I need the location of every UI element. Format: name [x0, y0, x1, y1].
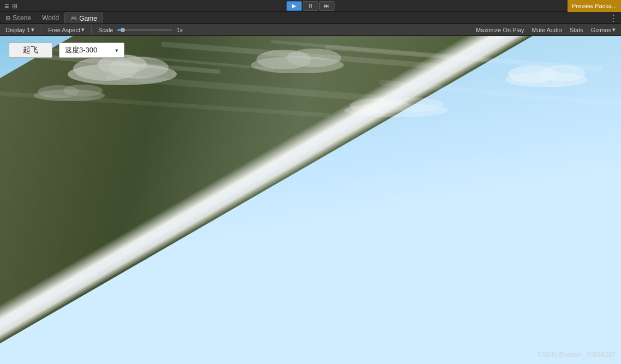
speed-label: 速度3-300 — [65, 45, 97, 55]
step-button[interactable]: ⏭ — [319, 1, 335, 11]
top-bar: ≡ ⊞ ▶ ⏸ ⏭ Preview Packa... — [0, 0, 621, 12]
aspect-label: Free Aspect — [48, 27, 80, 33]
grid-icon: ⊞ — [12, 2, 17, 10]
tab-game[interactable]: 🎮 Game — [64, 13, 103, 23]
takeoff-button[interactable]: 起飞 — [9, 43, 52, 58]
display-selector[interactable]: Display 1 ▾ — [3, 25, 37, 35]
speed-dropdown[interactable]: 速度3-300 ▾ — [59, 43, 124, 58]
display-label: Display 1 — [5, 27, 30, 33]
gizmos-label: Gizmos — [591, 27, 611, 33]
gizmos-button[interactable]: Gizmos ▾ — [589, 25, 618, 35]
scale-text: Scale — [98, 27, 114, 33]
play-button[interactable]: ▶ — [286, 1, 302, 11]
scene-icon: ⊞ — [5, 15, 10, 22]
svg-line-23 — [382, 82, 621, 104]
scale-slider[interactable] — [117, 29, 172, 31]
tab-bar: ⊞ Scene World 🎮 Game ⋮ — [0, 12, 621, 24]
watermark: CSDN @weixin_39638287 — [538, 351, 616, 359]
game-toolbar: Display 1 ▾ Free Aspect ▾ Scale 1x Maxim… — [0, 24, 621, 36]
tab-world[interactable]: World — [37, 13, 64, 23]
svg-line-21 — [109, 77, 382, 99]
game-icon: 🎮 — [70, 15, 77, 21]
stats-button[interactable]: Stats — [568, 26, 586, 34]
pause-button[interactable]: ⏸ — [303, 1, 318, 11]
streak-clouds — [0, 36, 621, 183]
viewport-ui: 起飞 速度3-300 ▾ — [9, 43, 124, 58]
top-bar-left: ≡ ⊞ — [0, 2, 22, 10]
speed-arrow-icon: ▾ — [115, 47, 118, 54]
playback-controls: ▶ ⏸ ⏭ — [286, 1, 335, 11]
aspect-selector[interactable]: Free Aspect ▾ — [46, 25, 87, 35]
aspect-chevron: ▾ — [81, 26, 85, 33]
menu-icon[interactable]: ≡ — [4, 2, 9, 10]
toolbar-right: Maximize On Play Mute Audio Stats Gizmos… — [474, 25, 618, 35]
svg-line-22 — [0, 93, 327, 115]
tab-world-label: World — [42, 14, 59, 22]
display-chevron: ▾ — [31, 26, 34, 33]
scale-label: Scale — [96, 25, 116, 35]
tab-more-button[interactable]: ⋮ — [609, 13, 621, 23]
tab-scene[interactable]: ⊞ Scene — [0, 13, 37, 23]
preview-package-button[interactable]: Preview Packa... — [568, 0, 621, 12]
separator-1 — [41, 26, 41, 34]
tab-game-label: Game — [79, 15, 97, 22]
game-viewport: 起飞 速度3-300 ▾ CSDN @weixin_39638287 — [0, 36, 621, 364]
top-bar-right: Preview Packa... — [568, 0, 621, 12]
gizmos-chevron: ▾ — [612, 26, 616, 33]
scale-value: 1x — [176, 27, 183, 33]
scale-thumb[interactable] — [121, 28, 125, 32]
maximize-on-play-button[interactable]: Maximize On Play — [474, 26, 527, 34]
separator-2 — [91, 26, 92, 34]
tab-scene-label: Scene — [13, 14, 31, 22]
mute-audio-button[interactable]: Mute Audio — [530, 26, 564, 34]
